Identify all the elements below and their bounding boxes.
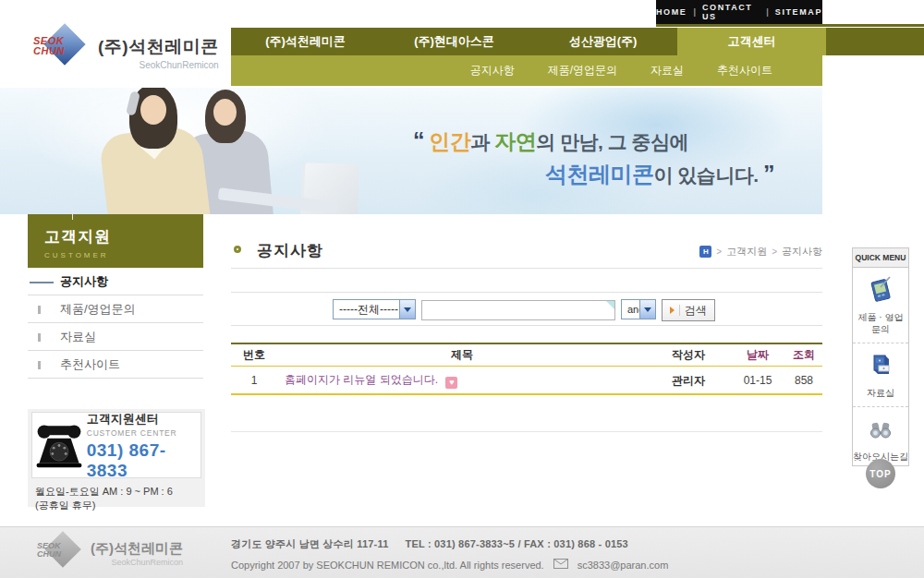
search-operator-value: and bbox=[622, 304, 639, 315]
hero-person-silhouette bbox=[213, 99, 237, 126]
slogan-word-nature: 자연 bbox=[494, 129, 536, 153]
footer-copyright: Copyright 2007 by SEOKCHUN REMICON co.,l… bbox=[231, 560, 544, 571]
subnav-item-notice[interactable]: 공지사항 bbox=[470, 63, 515, 78]
sidebar-item-label: 자료실 bbox=[60, 329, 96, 345]
quick-menu: QUICK MENU 제품 · 영업문의 bbox=[852, 247, 909, 466]
search-input[interactable] bbox=[421, 300, 615, 320]
utility-separator: | bbox=[693, 7, 696, 17]
sidebar-menu: 공지사항 제품/영업문의 자료실 추천사이트 bbox=[28, 268, 203, 379]
logo-company-name: (주)석천레미콘 bbox=[98, 35, 219, 59]
search-go-icon bbox=[670, 307, 675, 314]
logo-names: (주)석천레미콘 SeokChunRemicon bbox=[98, 35, 219, 70]
footer-text: 경기도 양주시 남면 상수리 117-11TEL : 031) 867-3833… bbox=[231, 537, 668, 571]
subnav-item-product-inquiry[interactable]: 제품/영업문의 bbox=[548, 63, 617, 78]
customer-center-title: 고객지원센터 bbox=[87, 411, 201, 427]
active-marker-icon bbox=[30, 282, 54, 283]
footer: SEOK CHUN (주)석천레미콘 SeokChunRemicon 경기도 양… bbox=[0, 526, 924, 578]
customer-center-box: 고객지원센터 CUSTOMER CENTER 031) 867-3833 bbox=[31, 412, 201, 478]
sidebar-tick-decoration bbox=[72, 209, 73, 220]
search-category-select[interactable]: -----전체----- bbox=[333, 299, 416, 319]
sidebar-item-recommended-sites[interactable]: 추천사이트 bbox=[28, 351, 203, 379]
sidebar-item-archive[interactable]: 자료실 bbox=[28, 323, 203, 351]
row-date: 01-15 bbox=[730, 374, 785, 387]
notice-title-link[interactable]: 홈페이지가 리뉴얼 되었습니다. bbox=[285, 373, 438, 386]
customer-center-phone: 031) 867-3833 bbox=[87, 440, 201, 481]
col-views-header[interactable]: 조회 bbox=[785, 347, 822, 363]
home-icon[interactable]: H bbox=[699, 246, 711, 258]
breadcrumb-notice[interactable]: 공지사항 bbox=[782, 245, 822, 259]
cabinet-icon bbox=[867, 352, 894, 383]
nav-item-seongsan-mining[interactable]: 성산광업(주) bbox=[529, 28, 677, 55]
nav-item-customer-center[interactable]: 고객센터 bbox=[677, 28, 826, 55]
bullet-marker-icon bbox=[38, 361, 41, 369]
slogan-text: 이 있습니다. bbox=[654, 164, 764, 186]
subnav-item-archive[interactable]: 자료실 bbox=[650, 63, 684, 78]
sidebar-item-product-inquiry[interactable]: 제품/영업문의 bbox=[28, 295, 203, 323]
quickmenu-item-product-inquiry[interactable]: 제품 · 영업문의 bbox=[853, 268, 908, 343]
footer-logo-diamond-icon: SEOK CHUN bbox=[37, 535, 85, 572]
title-bullet-icon bbox=[234, 246, 241, 253]
customer-center-subtitle: CUSTOMER CENTER bbox=[87, 428, 201, 438]
hero-banner: “ 인간과 자연의 만남, 그 중심에 석천레미콘이 있습니다. ” bbox=[0, 88, 822, 214]
link-home[interactable]: HOME bbox=[656, 7, 687, 17]
quickmenu-item-label: 제품 · 영업문의 bbox=[858, 311, 904, 335]
link-sitemap[interactable]: SITEMAP bbox=[775, 7, 822, 17]
utility-bar: HOME | CONTACT US | SITEMAP bbox=[656, 0, 822, 24]
site-logo[interactable]: SEOK CHUN (주)석천레미콘 SeokChunRemicon bbox=[33, 28, 219, 72]
hero-person-silhouette bbox=[140, 95, 166, 125]
open-quote: “ bbox=[413, 127, 424, 153]
search-operator-select[interactable]: and bbox=[621, 299, 656, 319]
divider bbox=[231, 325, 822, 326]
quickmenu-item-label: 자료실 bbox=[867, 387, 894, 399]
search-category-value: -----전체----- bbox=[334, 302, 399, 318]
search-button[interactable]: 검색 bbox=[662, 299, 715, 321]
hero-slogan: “ 인간과 자연의 만남, 그 중심에 석천레미콘이 있습니다. ” bbox=[413, 125, 774, 191]
page-title: 공지사항 bbox=[257, 240, 323, 261]
link-contact-us[interactable]: CONTACT US bbox=[702, 3, 760, 21]
slogan-brand: 석천레미콘 bbox=[545, 162, 654, 187]
slogan-text: 과 bbox=[470, 131, 494, 152]
row-no: 1 bbox=[231, 374, 277, 387]
button-divider bbox=[679, 305, 680, 316]
row-views: 858 bbox=[785, 374, 822, 387]
footer-company-name-en: SeokChunRemicon bbox=[91, 558, 183, 567]
notice-table-header: 번호 제목 작성자 날짜 조회 bbox=[231, 343, 822, 367]
footer-address: 경기도 양주시 남면 상수리 117-11 bbox=[231, 538, 388, 549]
sub-nav: 공지사항 제품/영업문의 자료실 추천사이트 bbox=[231, 55, 822, 86]
col-no-header: 번호 bbox=[231, 347, 277, 363]
subnav-item-recommended-sites[interactable]: 추천사이트 bbox=[717, 63, 772, 78]
scroll-to-top-button[interactable]: TOP bbox=[866, 459, 895, 488]
footer-logo: SEOK CHUN (주)석천레미콘 SeokChunRemicon bbox=[37, 535, 183, 572]
table-row: 1 홈페이지가 리뉴얼 되었습니다. ♥ 관리자 01-15 858 bbox=[231, 367, 822, 395]
utility-bar-underline bbox=[656, 24, 924, 27]
col-date-header[interactable]: 날짜 bbox=[730, 347, 785, 363]
quickmenu-item-archive[interactable]: 자료실 bbox=[853, 343, 908, 406]
sidebar-subtitle: CUSTOMER bbox=[44, 251, 203, 259]
divider bbox=[231, 268, 822, 269]
board-title-row: 공지사항 H > 고객지원 > 공지사항 bbox=[231, 238, 822, 264]
col-author-header: 작성자 bbox=[647, 347, 730, 363]
slogan-word-human: 인간 bbox=[429, 129, 470, 153]
envelope-icon bbox=[553, 559, 568, 571]
input-corner-decoration bbox=[606, 301, 614, 309]
sidebar-item-label: 제품/영업문의 bbox=[60, 301, 136, 318]
nav-item-seokchun-remicon[interactable]: (주)석천레미콘 bbox=[231, 28, 380, 55]
hours-line: 월요일-토요일 AM : 9 ~ PM : 6 bbox=[35, 485, 173, 499]
dropdown-arrow-icon[interactable] bbox=[399, 300, 415, 319]
sidebar-item-label: 추천사이트 bbox=[60, 356, 120, 373]
dropdown-arrow-icon[interactable] bbox=[639, 300, 655, 319]
heart-icon: ♥ bbox=[445, 377, 457, 389]
divider bbox=[231, 431, 822, 432]
pda-icon bbox=[867, 276, 894, 307]
main-nav: (주)석천레미콘 (주)현대아스콘 성산광업(주) 고객센터 bbox=[231, 28, 924, 55]
footer-email[interactable]: sc3833@paran.com bbox=[578, 560, 669, 571]
row-author: 관리자 bbox=[647, 373, 730, 389]
sidebar-item-notice[interactable]: 공지사항 bbox=[28, 268, 203, 295]
footer-logo-mark-chun: CHUN bbox=[37, 550, 61, 559]
breadcrumb: H > 고객지원 > 공지사항 bbox=[699, 245, 822, 259]
nav-item-hyundai-ascon[interactable]: (주)현대아스콘 bbox=[380, 28, 529, 55]
telephone-icon bbox=[32, 419, 87, 471]
logo-diamond-icon: SEOK CHUN bbox=[33, 28, 91, 72]
bullet-marker-icon bbox=[38, 306, 41, 314]
breadcrumb-customer-support[interactable]: 고객지원 bbox=[726, 245, 767, 259]
